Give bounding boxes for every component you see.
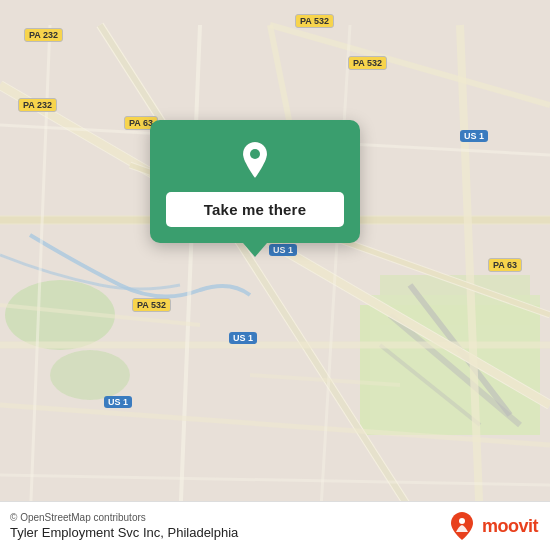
road-label-pa532-2: PA 532 [348, 56, 387, 70]
location-name: Tyler Employment Svc Inc, Philadelphia [10, 525, 238, 540]
svg-point-30 [459, 518, 465, 524]
bottom-left: © OpenStreetMap contributors Tyler Emplo… [10, 512, 238, 540]
svg-point-2 [50, 350, 130, 400]
moovit-logo: moovit [446, 510, 538, 542]
map-attribution: © OpenStreetMap contributors [10, 512, 238, 523]
road-label-pa63-2: PA 63 [488, 258, 522, 272]
popup-card: Take me there [150, 120, 360, 243]
map-background [0, 0, 550, 550]
road-label-pa232-2: PA 232 [18, 98, 57, 112]
bottom-bar: © OpenStreetMap contributors Tyler Emplo… [0, 501, 550, 550]
moovit-brand-text: moovit [482, 516, 538, 537]
road-label-us1-3: US 1 [229, 332, 257, 344]
take-me-there-button[interactable]: Take me there [166, 192, 344, 227]
moovit-brand-icon [446, 510, 478, 542]
road-label-pa532-1: PA 532 [295, 14, 334, 28]
road-label-us1-4: US 1 [104, 396, 132, 408]
road-label-us1-1: US 1 [460, 130, 488, 142]
map-container: PA 232 PA 232 PA 532 PA 532 PA 532 PA 63… [0, 0, 550, 550]
road-label-us1-2: US 1 [269, 244, 297, 256]
svg-point-29 [250, 149, 260, 159]
road-label-pa532-3: PA 532 [132, 298, 171, 312]
road-label-pa232-1: PA 232 [24, 28, 63, 42]
location-pin-icon [233, 138, 277, 182]
